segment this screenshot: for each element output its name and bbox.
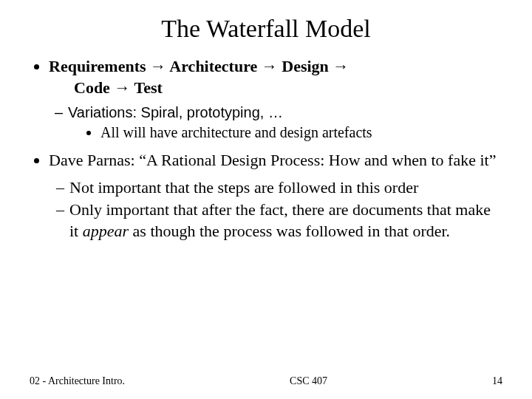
parnas-sub2-post: as though the process was followed in th…	[129, 222, 450, 240]
bullet-parnas: Dave Parnas: “A Rational Design Process:…	[49, 150, 502, 171]
variations-text: Variations: Spiral, prototyping, …	[68, 103, 283, 123]
bullet-waterfall: Requirements → Architecture → Design → C…	[49, 56, 502, 98]
dash-marker: –	[56, 200, 69, 242]
artefacts-bullet: All will have architecture and design ar…	[100, 123, 502, 143]
parnas-sub2-em: appear	[83, 222, 129, 240]
footer-center: CSC 407	[290, 375, 327, 387]
variations-row: – Variations: Spiral, prototyping, …	[55, 103, 502, 123]
parnas-text: Dave Parnas: “A Rational Design Process:…	[49, 151, 496, 169]
dash-marker: –	[56, 177, 69, 199]
parnas-sub1-text: Not important that the steps are followe…	[69, 177, 418, 199]
slide-body: Requirements → Architecture → Design → C…	[30, 56, 502, 242]
parnas-sub1: – Not important that the steps are follo…	[56, 177, 502, 199]
parnas-sub2-text: Only important that after the fact, ther…	[69, 200, 502, 242]
parnas-sub2: – Only important that after the fact, th…	[56, 200, 502, 242]
footer-left: 02 - Architecture Intro.	[30, 375, 125, 387]
footer-right: 14	[492, 375, 502, 387]
waterfall-line2: Code → Test	[49, 78, 163, 97]
page-title: The Waterfall Model	[30, 15, 502, 43]
footer: 02 - Architecture Intro. CSC 407 14	[30, 375, 502, 387]
waterfall-line1: Requirements → Architecture → Design →	[49, 57, 349, 75]
dash-marker: –	[55, 103, 68, 123]
